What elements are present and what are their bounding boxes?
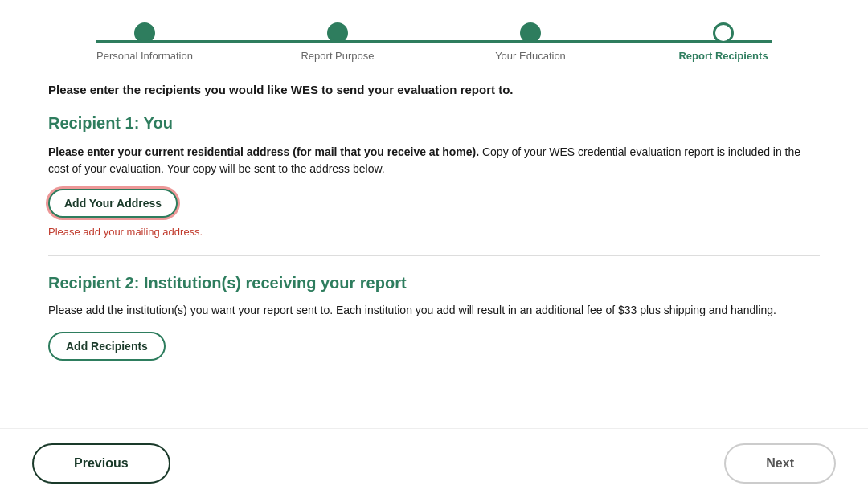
bottom-navigation: Previous Next xyxy=(0,428,868,498)
recipient1-title: Recipient 1: You xyxy=(48,114,820,133)
stepper-label-education: Your Education xyxy=(495,50,566,62)
intro-text: Please enter the recipients you would li… xyxy=(48,83,820,96)
next-button[interactable]: Next xyxy=(724,443,836,484)
stepper-circle-personal xyxy=(134,22,155,43)
add-address-button[interactable]: Add Your Address xyxy=(48,189,178,218)
main-content: Please enter the recipients you would li… xyxy=(0,75,868,377)
stepper-item-personal-information: Personal Information xyxy=(48,22,241,62)
address-prompt-bold: Please enter your current residential ad… xyxy=(48,145,479,158)
stepper-label-recipients: Report Recipients xyxy=(678,50,768,62)
stepper-circle-recipients xyxy=(713,22,734,43)
section-divider xyxy=(48,255,820,256)
stepper-label-purpose: Report Purpose xyxy=(301,50,374,62)
stepper-item-report-purpose: Report Purpose xyxy=(241,22,434,62)
stepper: Personal Information Report Purpose Your… xyxy=(0,0,868,75)
stepper-circle-purpose xyxy=(327,22,348,43)
recipient2-title: Recipient 2: Institution(s) receiving yo… xyxy=(48,274,820,292)
stepper-label-personal: Personal Information xyxy=(96,50,193,62)
add-recipients-button[interactable]: Add Recipients xyxy=(48,332,166,361)
previous-button[interactable]: Previous xyxy=(32,443,170,484)
stepper-item-your-education: Your Education xyxy=(434,22,627,62)
stepper-circle-education xyxy=(520,22,541,43)
address-prompt: Please enter your current residential ad… xyxy=(48,144,820,178)
recipient2-description: Please add the institution(s) you want y… xyxy=(48,302,820,319)
error-text: Please add your mailing address. xyxy=(48,226,820,238)
stepper-item-report-recipients: Report Recipients xyxy=(627,22,820,62)
